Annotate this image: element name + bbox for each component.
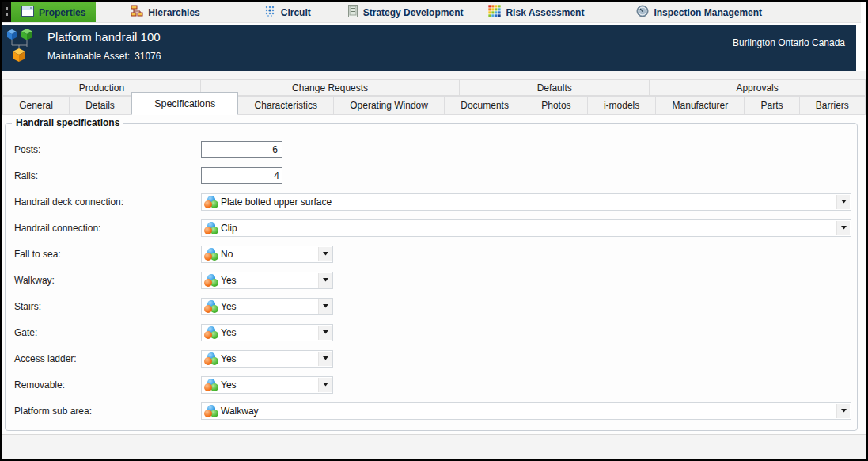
dropdown-arrow-icon[interactable] xyxy=(836,195,850,209)
form-row: Handrail deck connection: Plate bolted u… xyxy=(6,189,857,215)
header-separator xyxy=(2,71,866,79)
handrail-connection-label: Handrail connection: xyxy=(14,223,201,234)
removable-label: Removable: xyxy=(14,379,201,391)
dropdown-arrow-icon[interactable] xyxy=(836,221,850,235)
fall-to-sea-dropdown[interactable]: No xyxy=(201,246,333,263)
posts-input[interactable]: 6 xyxy=(201,141,282,158)
toolbar-tab-label: Inspection Management xyxy=(654,7,762,18)
dropdown-arrow-icon[interactable] xyxy=(318,326,332,340)
hierarchy-icon xyxy=(131,5,143,20)
toolbar-tab-label: Circuit xyxy=(281,7,311,18)
dropdown-arrow-icon[interactable] xyxy=(318,299,332,314)
tab-photos[interactable]: Photos xyxy=(525,96,588,115)
tab-manufacturer[interactable]: Manufacturer xyxy=(656,96,745,115)
tab-documents[interactable]: Documents xyxy=(445,96,525,115)
bottom-panel xyxy=(2,434,866,459)
form-row: Removable: Yes xyxy=(6,371,857,398)
posts-label: Posts: xyxy=(14,144,201,155)
asset-id: 31076 xyxy=(135,51,161,62)
toolbar-tab-label: Hierarchies xyxy=(148,7,199,18)
handrail-deck-connection-dropdown[interactable]: Plate bolted upper surface xyxy=(201,193,851,211)
toolbar-tab-label: Risk Assessment xyxy=(506,7,584,18)
form-row: Handrail connection: Clip xyxy=(6,215,857,241)
location-text: Burlington Ontario Canada xyxy=(733,37,845,48)
tab-barriers[interactable]: Barriers xyxy=(800,96,866,115)
tab-details[interactable]: Details xyxy=(70,96,131,115)
tab-general[interactable]: General xyxy=(2,96,70,115)
form-row: Stairs: Yes xyxy=(6,293,857,319)
circuit-dots-icon xyxy=(264,5,276,20)
form-row: Gate: Yes xyxy=(6,319,857,345)
tab-defaults[interactable]: Defaults xyxy=(460,79,650,96)
value-cluster-icon xyxy=(204,248,218,261)
window-icon xyxy=(21,6,34,19)
rails-input[interactable]: 4 xyxy=(201,167,282,184)
tab-operating-window[interactable]: Operating Window xyxy=(334,96,445,115)
text-caret xyxy=(279,144,279,154)
access-ladder-label: Access ladder: xyxy=(14,353,201,364)
tab-detail-row: General Details Specifications Character… xyxy=(2,96,866,115)
value-cluster-icon xyxy=(204,405,218,417)
walkway-label: Walkway: xyxy=(14,275,201,286)
value-cluster-icon xyxy=(204,326,218,339)
toolbar-tab-risk-assessment[interactable]: Risk Assessment xyxy=(478,2,594,22)
dropdown-arrow-icon[interactable] xyxy=(318,273,332,288)
walkway-dropdown[interactable]: Yes xyxy=(201,272,333,289)
page-title: Platform handrail 100 xyxy=(47,30,161,44)
removable-dropdown[interactable]: Yes xyxy=(201,376,333,394)
rails-label: Rails: xyxy=(14,170,201,181)
gauge-icon xyxy=(636,5,649,20)
tab-characteristics[interactable]: Characteristics xyxy=(238,96,334,115)
form-row: Fall to sea: No xyxy=(6,241,857,267)
handrail-deck-connection-label: Handrail deck connection: xyxy=(14,196,201,208)
group-title: Handrail specifications xyxy=(12,117,123,128)
toolbar-grip[interactable] xyxy=(2,2,11,22)
toolbar-tab-properties[interactable]: Properties xyxy=(11,2,96,22)
form-row: Walkway: Yes xyxy=(6,267,857,293)
toolbar-tab-label: Properties xyxy=(39,7,85,18)
handrail-connection-dropdown[interactable]: Clip xyxy=(201,219,851,237)
toolbar-tab-hierarchies[interactable]: Hierarchies xyxy=(120,2,210,22)
value-cluster-icon xyxy=(204,274,218,287)
value-cluster-icon xyxy=(204,379,218,391)
handrail-specifications-group: Handrail specifications Posts: 6 Rails: … xyxy=(5,123,858,431)
tab-parts[interactable]: Parts xyxy=(745,96,799,115)
stairs-label: Stairs: xyxy=(14,301,201,312)
tab-specifications[interactable]: Specifications xyxy=(131,92,238,115)
asset-subtitle: Maintainable Asset:31076 xyxy=(47,51,161,62)
asset-cubes-icon xyxy=(6,28,37,69)
value-cluster-icon xyxy=(204,300,218,313)
risk-matrix-icon xyxy=(488,5,501,20)
dropdown-arrow-icon[interactable] xyxy=(318,378,332,392)
tab-change-requests[interactable]: Change Requests xyxy=(201,79,460,96)
dropdown-arrow-icon[interactable] xyxy=(318,247,332,261)
form-row: Posts: 6 xyxy=(6,136,857,162)
access-ladder-dropdown[interactable]: Yes xyxy=(201,350,333,368)
form-row: Access ladder: Yes xyxy=(6,345,857,371)
tab-i-models[interactable]: i-models xyxy=(588,96,657,115)
platform-sub-area-dropdown[interactable]: Walkway xyxy=(201,402,851,420)
asset-header: Platform handrail 100 Maintainable Asset… xyxy=(2,25,856,71)
specifications-panel: Handrail specifications Posts: 6 Rails: … xyxy=(2,115,866,434)
main-toolbar: Properties Hierarchies Circuit Strategy … xyxy=(2,2,861,23)
toolbar-tab-strategy-development[interactable]: Strategy Development xyxy=(337,2,474,22)
value-cluster-icon xyxy=(204,352,218,365)
asset-subtitle-label: Maintainable Asset: xyxy=(47,51,130,62)
dropdown-arrow-icon[interactable] xyxy=(836,404,850,418)
value-cluster-icon xyxy=(204,222,218,234)
fall-to-sea-label: Fall to sea: xyxy=(14,249,201,260)
toolbar-tab-label: Strategy Development xyxy=(363,7,464,18)
dropdown-arrow-icon[interactable] xyxy=(318,352,332,366)
app-window: Properties Hierarchies Circuit Strategy … xyxy=(2,2,866,459)
platform-sub-area-label: Platform sub area: xyxy=(14,406,201,417)
stairs-dropdown[interactable]: Yes xyxy=(201,298,333,315)
tab-approvals[interactable]: Approvals xyxy=(650,79,866,96)
toolbar-tab-circuit[interactable]: Circuit xyxy=(254,2,321,22)
gate-label: Gate: xyxy=(14,327,201,338)
gate-dropdown[interactable]: Yes xyxy=(201,324,333,341)
form-row: Rails: 4 xyxy=(6,162,857,189)
toolbar-tab-inspection-management[interactable]: Inspection Management xyxy=(626,2,772,22)
form-row: Platform sub area: Walkway xyxy=(6,398,857,424)
value-cluster-icon xyxy=(204,196,218,208)
document-icon xyxy=(347,5,358,20)
